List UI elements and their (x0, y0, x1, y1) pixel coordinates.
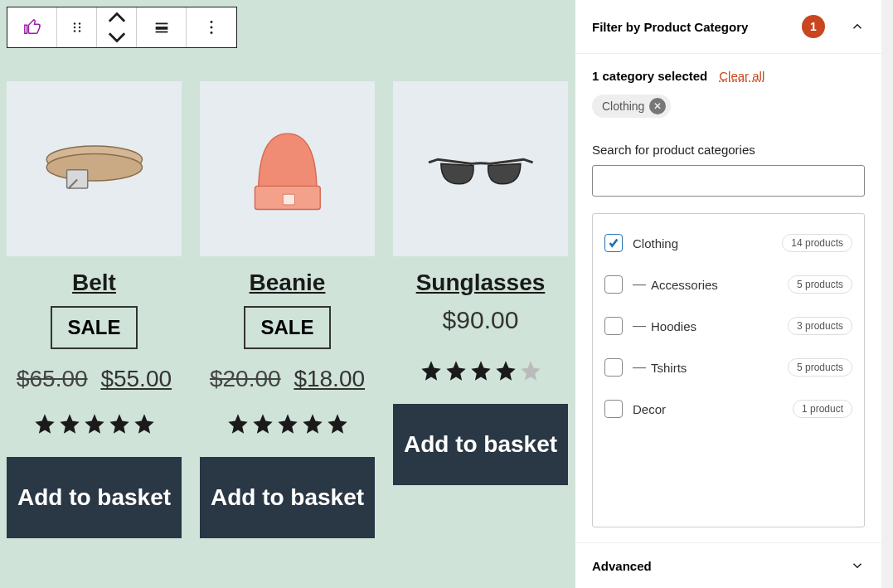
category-row: Clothing 14 products (604, 222, 852, 264)
svg-rect-17 (283, 194, 294, 205)
svg-point-2 (73, 27, 75, 28)
product-grid: Belt SALE $65.00 $55.00 Add to basket (0, 8, 575, 555)
svg-rect-14 (66, 170, 87, 188)
selected-summary: 1 category selected Clear all (592, 69, 865, 83)
product-price: $90.00 (443, 306, 519, 334)
indent-dash: — (633, 277, 646, 292)
add-to-basket-button[interactable]: Add to basket (200, 457, 375, 538)
category-count: 3 products (788, 317, 852, 335)
more-options[interactable] (187, 7, 236, 47)
svg-rect-8 (155, 32, 167, 33)
svg-point-0 (73, 22, 75, 24)
category-checkbox[interactable] (604, 358, 623, 377)
svg-point-4 (73, 30, 75, 32)
category-count: 14 products (782, 234, 852, 252)
category-count: 5 products (788, 275, 852, 294)
star-icon (33, 412, 56, 435)
category-name: Accessories (651, 278, 788, 292)
panel-body: 1 category selected Clear all Clothing ✕… (575, 54, 881, 542)
product-rating (226, 412, 349, 435)
svg-point-3 (78, 27, 80, 28)
product-image (7, 81, 182, 256)
star-icon (519, 359, 542, 382)
more-vertical-icon (202, 18, 221, 36)
product-image (393, 81, 568, 256)
block-type-icon[interactable] (7, 7, 57, 47)
product-title[interactable]: Belt (72, 270, 116, 296)
star-icon (108, 412, 131, 435)
category-checkbox[interactable] (604, 234, 623, 252)
svg-point-11 (211, 32, 213, 34)
star-icon (58, 412, 81, 435)
chevron-updown-icon (108, 9, 126, 46)
product-image (200, 81, 375, 256)
block-toolbar (7, 7, 237, 48)
star-icon (444, 359, 468, 382)
product-price: $65.00 $55.00 (17, 366, 172, 392)
svg-point-1 (78, 22, 80, 24)
window-scrollbar[interactable] (881, 0, 893, 588)
category-checkbox[interactable] (604, 317, 623, 335)
search-label: Search for product categories (592, 143, 865, 157)
add-to-basket-button[interactable]: Add to basket (7, 457, 182, 538)
drag-handle[interactable] (57, 7, 97, 47)
product-rating (33, 412, 156, 435)
category-row: — Hoodies 3 products (604, 305, 852, 347)
product-price: $20.00 $18.00 (210, 366, 365, 392)
clear-all-link[interactable]: Clear all (719, 69, 764, 83)
category-row: — Tshirts 5 products (604, 347, 852, 388)
category-chip: Clothing ✕ (592, 95, 671, 118)
belt-icon (33, 116, 156, 221)
price-new: $18.00 (294, 366, 365, 391)
align-button[interactable] (137, 7, 187, 47)
indent-dash: — (633, 318, 646, 333)
category-search-input[interactable] (592, 165, 865, 197)
panel-header-filter[interactable]: Filter by Product Category 1 (575, 0, 881, 54)
category-checkbox[interactable] (604, 275, 623, 294)
category-checkbox[interactable] (604, 400, 623, 418)
svg-point-13 (46, 154, 142, 181)
star-icon (469, 359, 493, 382)
product-card: Belt SALE $65.00 $55.00 Add to basket (7, 81, 182, 538)
category-list[interactable]: Clothing 14 products — Accessories 5 pro… (592, 213, 865, 527)
panel-header-advanced[interactable]: Advanced (575, 542, 881, 588)
product-title[interactable]: Beanie (250, 270, 326, 296)
thumbs-up-icon (23, 18, 41, 36)
align-icon (153, 18, 171, 36)
chevron-down-icon (850, 558, 865, 573)
category-name: Clothing (633, 236, 782, 250)
category-name: Decor (633, 402, 793, 416)
move-block[interactable] (97, 7, 137, 47)
beanie-icon (226, 116, 349, 221)
star-icon (226, 412, 250, 435)
product-title[interactable]: Sunglasses (416, 270, 546, 296)
product-rating (420, 359, 542, 382)
chip-remove-icon[interactable]: ✕ (649, 98, 666, 114)
category-row: — Accessories 5 products (604, 264, 852, 305)
selection-count-badge: 1 (802, 15, 825, 38)
star-icon (133, 412, 156, 435)
star-icon (420, 359, 443, 382)
category-row: Decor 1 product (604, 388, 852, 430)
indent-dash: — (633, 360, 646, 375)
star-icon (326, 412, 349, 435)
selected-count-text: 1 category selected (592, 69, 707, 83)
svg-rect-7 (155, 27, 167, 30)
star-icon (83, 412, 106, 435)
sale-badge: SALE (51, 306, 137, 349)
svg-rect-6 (155, 23, 167, 25)
sunglasses-icon (420, 116, 542, 221)
star-icon (251, 412, 274, 435)
svg-point-9 (211, 21, 213, 23)
advanced-title: Advanced (592, 559, 850, 573)
price-old: $65.00 (17, 366, 88, 391)
svg-point-5 (78, 30, 80, 32)
editor-canvas: Belt SALE $65.00 $55.00 Add to basket (0, 0, 575, 588)
inspector-sidebar: Filter by Product Category 1 1 category … (575, 0, 881, 588)
star-icon (494, 359, 517, 382)
category-name: Hoodies (651, 319, 788, 333)
category-name: Tshirts (651, 361, 788, 375)
product-card: Sunglasses $90.00 Add to basket (393, 81, 568, 538)
chip-label: Clothing (602, 100, 644, 113)
add-to-basket-button[interactable]: Add to basket (393, 404, 568, 485)
